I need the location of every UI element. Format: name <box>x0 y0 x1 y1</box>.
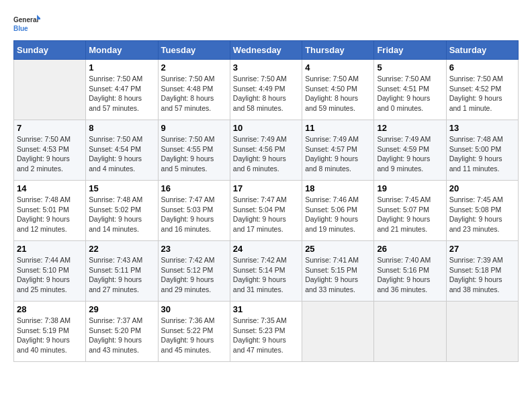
calendar-cell: 23Sunrise: 7:42 AMSunset: 5:12 PMDayligh… <box>158 241 230 302</box>
calendar-cell: 11Sunrise: 7:49 AMSunset: 4:57 PMDayligh… <box>302 120 374 181</box>
calendar-cell: 20Sunrise: 7:45 AMSunset: 5:08 PMDayligh… <box>446 181 518 241</box>
day-info: Sunrise: 7:48 AMSunset: 5:01 PMDaylight:… <box>17 195 83 234</box>
day-info: Sunrise: 7:50 AMSunset: 4:47 PMDaylight:… <box>89 74 154 113</box>
day-number: 20 <box>449 183 515 193</box>
day-info: Sunrise: 7:42 AMSunset: 5:12 PMDaylight:… <box>161 255 227 295</box>
day-info: Sunrise: 7:48 AMSunset: 5:00 PMDaylight:… <box>449 134 515 174</box>
day-number: 23 <box>161 244 227 254</box>
day-info: Sunrise: 7:45 AMSunset: 5:08 PMDaylight:… <box>449 195 515 234</box>
day-number: 26 <box>377 244 443 254</box>
weekday-header: Thursday <box>302 41 374 60</box>
day-number: 19 <box>377 183 443 193</box>
day-info: Sunrise: 7:49 AMSunset: 4:56 PMDaylight:… <box>233 134 299 174</box>
day-info: Sunrise: 7:47 AMSunset: 5:04 PMDaylight:… <box>233 195 299 234</box>
day-info: Sunrise: 7:49 AMSunset: 4:59 PMDaylight:… <box>377 134 443 174</box>
calendar-cell: 29Sunrise: 7:37 AMSunset: 5:20 PMDayligh… <box>86 302 158 362</box>
day-number: 9 <box>161 123 227 133</box>
calendar-cell: 19Sunrise: 7:45 AMSunset: 5:07 PMDayligh… <box>374 181 446 241</box>
day-number: 3 <box>233 62 299 73</box>
day-info: Sunrise: 7:38 AMSunset: 5:19 PMDaylight:… <box>17 316 83 355</box>
logo-svg: General Blue <box>13 13 40 34</box>
day-number: 15 <box>89 183 154 193</box>
day-info: Sunrise: 7:50 AMSunset: 4:53 PMDaylight:… <box>17 134 83 174</box>
day-info: Sunrise: 7:39 AMSunset: 5:18 PMDaylight:… <box>449 255 515 295</box>
day-number: 14 <box>17 183 83 193</box>
day-number: 8 <box>89 123 154 133</box>
calendar-cell <box>14 60 86 120</box>
calendar-cell: 16Sunrise: 7:47 AMSunset: 5:03 PMDayligh… <box>158 181 230 241</box>
calendar-cell: 5Sunrise: 7:50 AMSunset: 4:51 PMDaylight… <box>374 60 446 120</box>
weekday-header: Wednesday <box>230 41 302 60</box>
calendar-cell: 6Sunrise: 7:50 AMSunset: 4:52 PMDaylight… <box>446 60 518 120</box>
day-number: 10 <box>233 123 299 133</box>
day-number: 30 <box>161 304 227 314</box>
day-info: Sunrise: 7:48 AMSunset: 5:02 PMDaylight:… <box>89 195 154 234</box>
day-number: 24 <box>233 244 299 254</box>
calendar-cell: 8Sunrise: 7:50 AMSunset: 4:54 PMDaylight… <box>86 120 158 181</box>
day-number: 7 <box>17 123 83 133</box>
calendar-cell: 28Sunrise: 7:38 AMSunset: 5:19 PMDayligh… <box>14 302 86 362</box>
weekday-header: Tuesday <box>158 41 230 60</box>
calendar-cell: 12Sunrise: 7:49 AMSunset: 4:59 PMDayligh… <box>374 120 446 181</box>
calendar-cell: 14Sunrise: 7:48 AMSunset: 5:01 PMDayligh… <box>14 181 86 241</box>
day-info: Sunrise: 7:40 AMSunset: 5:16 PMDaylight:… <box>377 255 443 295</box>
day-info: Sunrise: 7:46 AMSunset: 5:06 PMDaylight:… <box>305 195 371 234</box>
day-info: Sunrise: 7:42 AMSunset: 5:14 PMDaylight:… <box>233 255 299 295</box>
weekday-header: Monday <box>86 41 158 60</box>
logo: General Blue <box>13 13 40 34</box>
day-number: 12 <box>377 123 443 133</box>
day-number: 25 <box>305 244 371 254</box>
calendar-table: SundayMondayTuesdayWednesdayThursdayFrid… <box>13 40 519 362</box>
day-number: 21 <box>17 244 83 254</box>
calendar-cell: 30Sunrise: 7:36 AMSunset: 5:22 PMDayligh… <box>158 302 230 362</box>
calendar-cell: 15Sunrise: 7:48 AMSunset: 5:02 PMDayligh… <box>86 181 158 241</box>
day-info: Sunrise: 7:50 AMSunset: 4:49 PMDaylight:… <box>233 74 299 113</box>
day-number: 17 <box>233 183 299 193</box>
day-info: Sunrise: 7:37 AMSunset: 5:20 PMDaylight:… <box>89 316 154 355</box>
day-info: Sunrise: 7:35 AMSunset: 5:23 PMDaylight:… <box>233 316 299 355</box>
calendar-cell: 17Sunrise: 7:47 AMSunset: 5:04 PMDayligh… <box>230 181 302 241</box>
day-info: Sunrise: 7:41 AMSunset: 5:15 PMDaylight:… <box>305 255 371 295</box>
calendar-cell: 10Sunrise: 7:49 AMSunset: 4:56 PMDayligh… <box>230 120 302 181</box>
day-info: Sunrise: 7:36 AMSunset: 5:22 PMDaylight:… <box>161 316 227 355</box>
day-info: Sunrise: 7:50 AMSunset: 4:54 PMDaylight:… <box>89 134 154 174</box>
calendar-cell: 21Sunrise: 7:44 AMSunset: 5:10 PMDayligh… <box>14 241 86 302</box>
day-number: 4 <box>305 62 371 73</box>
calendar-cell: 7Sunrise: 7:50 AMSunset: 4:53 PMDaylight… <box>14 120 86 181</box>
day-info: Sunrise: 7:50 AMSunset: 4:52 PMDaylight:… <box>449 74 515 113</box>
calendar-cell: 2Sunrise: 7:50 AMSunset: 4:48 PMDaylight… <box>158 60 230 120</box>
day-info: Sunrise: 7:50 AMSunset: 4:50 PMDaylight:… <box>305 74 371 113</box>
day-number: 1 <box>89 62 154 73</box>
calendar-cell: 18Sunrise: 7:46 AMSunset: 5:06 PMDayligh… <box>302 181 374 241</box>
day-number: 27 <box>449 244 515 254</box>
calendar-cell: 9Sunrise: 7:50 AMSunset: 4:55 PMDaylight… <box>158 120 230 181</box>
day-number: 29 <box>89 304 154 314</box>
calendar-cell <box>446 302 518 362</box>
calendar-cell: 26Sunrise: 7:40 AMSunset: 5:16 PMDayligh… <box>374 241 446 302</box>
weekday-header: Sunday <box>14 41 86 60</box>
day-info: Sunrise: 7:50 AMSunset: 4:48 PMDaylight:… <box>161 74 227 113</box>
day-number: 5 <box>377 62 443 73</box>
svg-text:Blue: Blue <box>13 25 28 32</box>
calendar-cell <box>302 302 374 362</box>
calendar-cell: 25Sunrise: 7:41 AMSunset: 5:15 PMDayligh… <box>302 241 374 302</box>
day-number: 6 <box>449 62 515 73</box>
svg-text:General: General <box>13 16 38 24</box>
day-info: Sunrise: 7:49 AMSunset: 4:57 PMDaylight:… <box>305 134 371 174</box>
day-number: 22 <box>89 244 154 254</box>
calendar-cell: 1Sunrise: 7:50 AMSunset: 4:47 PMDaylight… <box>86 60 158 120</box>
day-info: Sunrise: 7:44 AMSunset: 5:10 PMDaylight:… <box>17 255 83 295</box>
page-header: General Blue <box>13 13 519 34</box>
calendar-cell: 4Sunrise: 7:50 AMSunset: 4:50 PMDaylight… <box>302 60 374 120</box>
calendar-cell: 31Sunrise: 7:35 AMSunset: 5:23 PMDayligh… <box>230 302 302 362</box>
calendar-cell <box>374 302 446 362</box>
calendar-cell: 3Sunrise: 7:50 AMSunset: 4:49 PMDaylight… <box>230 60 302 120</box>
day-number: 2 <box>161 62 227 73</box>
day-info: Sunrise: 7:50 AMSunset: 4:55 PMDaylight:… <box>161 134 227 174</box>
day-info: Sunrise: 7:45 AMSunset: 5:07 PMDaylight:… <box>377 195 443 234</box>
day-number: 11 <box>305 123 371 133</box>
day-info: Sunrise: 7:43 AMSunset: 5:11 PMDaylight:… <box>89 255 154 295</box>
calendar-cell: 13Sunrise: 7:48 AMSunset: 5:00 PMDayligh… <box>446 120 518 181</box>
weekday-header: Saturday <box>446 41 518 60</box>
calendar-cell: 22Sunrise: 7:43 AMSunset: 5:11 PMDayligh… <box>86 241 158 302</box>
